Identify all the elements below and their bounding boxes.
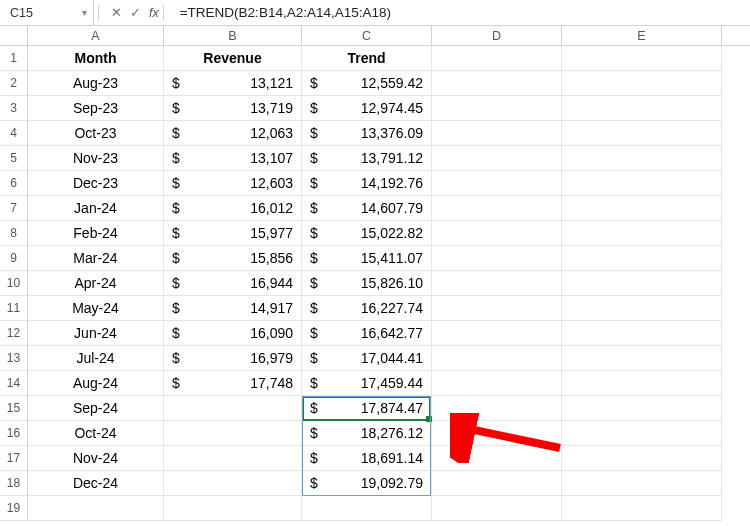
cell-empty[interactable] [562, 196, 722, 221]
row-header[interactable]: 1 [0, 46, 28, 71]
cell-trend[interactable]: $15,411.07 [302, 246, 432, 271]
cell-empty[interactable] [562, 71, 722, 96]
cell-revenue[interactable]: Revenue [164, 46, 302, 71]
cell-month[interactable]: Jul-24 [28, 346, 164, 371]
cell-revenue[interactable]: $16,979 [164, 346, 302, 371]
cell-month[interactable]: Jun-24 [28, 321, 164, 346]
cell-empty[interactable] [432, 171, 562, 196]
cell-empty[interactable] [432, 196, 562, 221]
cell-revenue[interactable]: $12,063 [164, 121, 302, 146]
cell-month[interactable]: May-24 [28, 296, 164, 321]
row-header[interactable]: 4 [0, 121, 28, 146]
cell-empty[interactable] [432, 271, 562, 296]
cell-revenue[interactable]: $13,121 [164, 71, 302, 96]
cell-trend[interactable]: $18,691.14 [302, 446, 432, 471]
cell-empty[interactable] [562, 121, 722, 146]
row-header[interactable]: 16 [0, 421, 28, 446]
cell-month[interactable]: Aug-24 [28, 371, 164, 396]
chevron-down-icon[interactable]: ▾ [82, 7, 87, 18]
cell-revenue[interactable] [164, 496, 302, 521]
row-header[interactable]: 17 [0, 446, 28, 471]
cell-revenue[interactable]: $16,944 [164, 271, 302, 296]
cell-month[interactable]: Oct-24 [28, 421, 164, 446]
cell-empty[interactable] [432, 71, 562, 96]
confirm-icon[interactable]: ✓ [130, 5, 141, 20]
cell-empty[interactable] [432, 346, 562, 371]
cell-month[interactable]: Nov-23 [28, 146, 164, 171]
row-header[interactable]: 6 [0, 171, 28, 196]
select-all-corner[interactable] [0, 26, 28, 45]
cell-revenue[interactable]: $15,977 [164, 221, 302, 246]
cell-month[interactable]: Dec-23 [28, 171, 164, 196]
cell-trend[interactable]: $16,227.74 [302, 296, 432, 321]
cell-revenue[interactable]: $14,917 [164, 296, 302, 321]
cell-revenue[interactable] [164, 471, 302, 496]
row-header[interactable]: 12 [0, 321, 28, 346]
cell-trend[interactable]: $13,791.12 [302, 146, 432, 171]
cell-revenue[interactable]: $15,856 [164, 246, 302, 271]
row-header[interactable]: 8 [0, 221, 28, 246]
cell-empty[interactable] [562, 296, 722, 321]
formula-input[interactable]: =TREND(B2:B14,A2:A14,A15:A18) [168, 0, 750, 25]
cell-empty[interactable] [562, 471, 722, 496]
cell-empty[interactable] [432, 421, 562, 446]
cell-revenue[interactable]: $12,603 [164, 171, 302, 196]
cell-month[interactable] [28, 496, 164, 521]
cell-revenue[interactable]: $17,748 [164, 371, 302, 396]
row-header[interactable]: 15 [0, 396, 28, 421]
cell-month[interactable]: Jan-24 [28, 196, 164, 221]
fx-icon[interactable]: fx [149, 6, 159, 20]
cell-empty[interactable] [562, 46, 722, 71]
cell-revenue[interactable]: $13,719 [164, 96, 302, 121]
cell-trend[interactable]: $16,642.77 [302, 321, 432, 346]
row-header[interactable]: 2 [0, 71, 28, 96]
cell-trend[interactable]: $17,459.44 [302, 371, 432, 396]
cell-revenue[interactable]: $13,107 [164, 146, 302, 171]
cell-empty[interactable] [432, 471, 562, 496]
cell-empty[interactable] [432, 446, 562, 471]
cell-month[interactable]: Sep-24 [28, 396, 164, 421]
cell-empty[interactable] [562, 221, 722, 246]
cell-revenue[interactable]: $16,090 [164, 321, 302, 346]
cell-empty[interactable] [562, 396, 722, 421]
column-header-a[interactable]: A [28, 26, 164, 45]
cell-empty[interactable] [432, 121, 562, 146]
cell-empty[interactable] [432, 371, 562, 396]
cell-empty[interactable] [562, 171, 722, 196]
cell-trend[interactable]: $19,092.79 [302, 471, 432, 496]
cell-trend[interactable]: $13,376.09 [302, 121, 432, 146]
cell-empty[interactable] [432, 46, 562, 71]
column-header-b[interactable]: B [164, 26, 302, 45]
cell-empty[interactable] [562, 371, 722, 396]
row-header[interactable]: 14 [0, 371, 28, 396]
row-header[interactable]: 9 [0, 246, 28, 271]
cell-empty[interactable] [432, 296, 562, 321]
cell-trend[interactable]: $15,826.10 [302, 271, 432, 296]
row-header[interactable]: 7 [0, 196, 28, 221]
cell-empty[interactable] [432, 221, 562, 246]
cell-empty[interactable] [432, 321, 562, 346]
cell-trend[interactable]: $12,974.45 [302, 96, 432, 121]
column-header-e[interactable]: E [562, 26, 722, 45]
cell-month[interactable]: Month [28, 46, 164, 71]
row-header[interactable]: 3 [0, 96, 28, 121]
cell-empty[interactable] [562, 321, 722, 346]
cell-empty[interactable] [562, 346, 722, 371]
row-header[interactable]: 11 [0, 296, 28, 321]
cell-empty[interactable] [432, 146, 562, 171]
cell-month[interactable]: Mar-24 [28, 246, 164, 271]
cell-empty[interactable] [562, 421, 722, 446]
cell-empty[interactable] [562, 246, 722, 271]
cell-trend[interactable]: Trend [302, 46, 432, 71]
cell-empty[interactable] [562, 146, 722, 171]
cell-empty[interactable] [562, 446, 722, 471]
row-header[interactable]: 5 [0, 146, 28, 171]
row-header[interactable]: 10 [0, 271, 28, 296]
cell-month[interactable]: Aug-23 [28, 71, 164, 96]
cell-empty[interactable] [432, 396, 562, 421]
cell-empty[interactable] [432, 496, 562, 521]
cell-trend[interactable]: $14,607.79 [302, 196, 432, 221]
cell-month[interactable]: Feb-24 [28, 221, 164, 246]
cell-empty[interactable] [562, 271, 722, 296]
cell-month[interactable]: Sep-23 [28, 96, 164, 121]
